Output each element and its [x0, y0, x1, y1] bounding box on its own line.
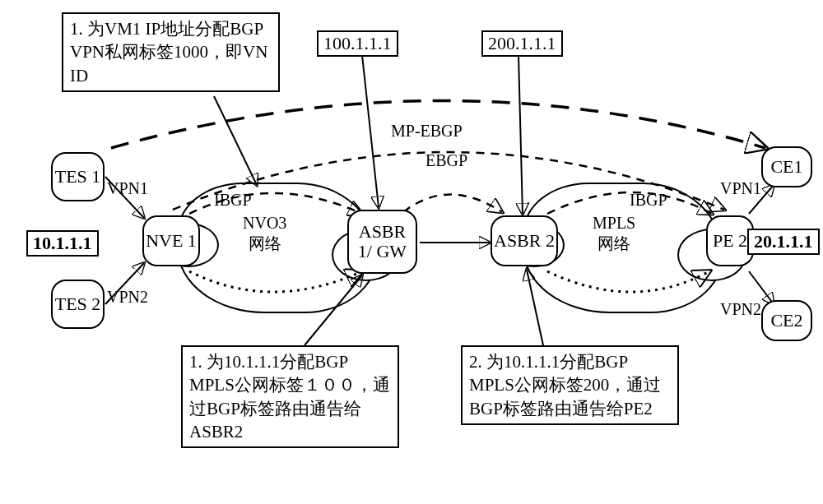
node-nve1: NVE 1	[142, 215, 200, 266]
leader-ip-asbr1	[362, 55, 379, 207]
cloud-nvo3-label: NVO3 网络	[243, 214, 286, 255]
node-ce1: CE1	[761, 146, 812, 187]
leader-note1	[214, 96, 257, 185]
node-asbr1: ASBR 1/ GW	[347, 210, 417, 274]
ip-asbr1: 100.1.1.1	[317, 30, 398, 57]
note-3: 1. 为10.1.1.1分配BGP MPLS公网标签１００，通过BGP标签路由通…	[181, 345, 399, 448]
label-vpn2-right: VPN2	[720, 300, 761, 319]
node-tes2: TES 2	[51, 280, 105, 329]
node-ce2: CE2	[761, 300, 812, 341]
note-1: 1. 为VM1 IP地址分配BGP VPN私网标签1000，即VN ID	[62, 12, 280, 92]
node-asbr2: ASBR 2	[491, 215, 558, 266]
note-4: 2. 为10.1.1.1分配BGP MPLS公网标签200，通过BGP标签路由通…	[461, 345, 679, 425]
leader-vpn2-right	[749, 271, 774, 304]
leader-ip-asbr2	[518, 55, 523, 214]
arc-ebgp	[403, 195, 502, 213]
cloud-mpls-label: MPLS 网络	[593, 214, 635, 255]
ip-pe2: 20.1.1.1	[747, 229, 820, 255]
label-mp-ebgp: MP-EBGP	[391, 122, 463, 141]
label-vpn1-left: VPN1	[107, 179, 148, 198]
ip-asbr2: 200.1.1.1	[481, 30, 563, 57]
label-ebgp: EBGP	[425, 151, 467, 170]
label-vpn2-left: VPN2	[107, 288, 148, 307]
node-tes1: TES 1	[51, 152, 105, 201]
diagram-stage: NVO3 网络 MPLS 网络 TES 1 TES 2 NVE 1 ASBR 1…	[0, 0, 823, 504]
label-vpn1-right: VPN1	[720, 179, 761, 198]
label-ibgp-left: IBGP	[214, 191, 252, 210]
label-ibgp-right: IBGP	[630, 191, 667, 210]
ip-nve1: 10.1.1.1	[26, 230, 99, 257]
